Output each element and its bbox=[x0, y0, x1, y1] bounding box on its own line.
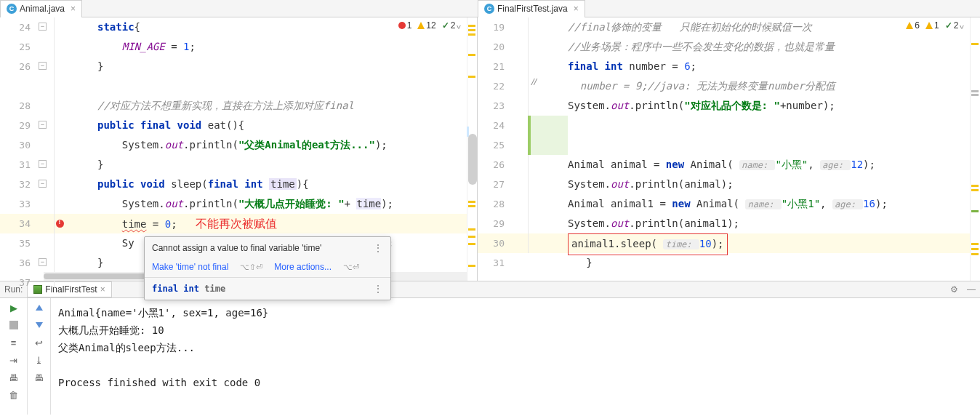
shortcut-hint: ⌥⇧⏎ bbox=[240, 263, 262, 272]
more-icon[interactable]: ⋮ bbox=[373, 283, 383, 295]
fold-icon[interactable]: − bbox=[39, 180, 47, 188]
ok-icon: ✓ bbox=[442, 20, 449, 31]
warning-icon bbox=[925, 22, 933, 29]
line-number: 19 bbox=[478, 17, 510, 37]
error-icon bbox=[398, 22, 406, 29]
fold-icon[interactable]: − bbox=[39, 23, 47, 31]
scroll-down-button[interactable] bbox=[33, 319, 46, 332]
quickfix-make-not-final[interactable]: Make 'time' not final bbox=[152, 262, 228, 272]
tab-label: FinalFirstTest.java bbox=[497, 4, 568, 14]
close-icon[interactable]: × bbox=[574, 4, 579, 14]
line-number: 29 bbox=[478, 214, 510, 233]
exit-button[interactable]: ⇥ bbox=[7, 353, 20, 367]
inspection-counters[interactable]: 6 1 ✓2^ bbox=[906, 20, 964, 31]
line-number: 24 bbox=[478, 116, 510, 135]
line-number: 30 bbox=[0, 135, 36, 155]
layout-button[interactable]: ≡ bbox=[7, 336, 20, 349]
quickfix-more-actions[interactable]: More actions... bbox=[274, 262, 332, 272]
annotation-text: 不能再次被赋值 bbox=[196, 217, 277, 230]
editor-right[interactable]: 6 1 ✓2^ 19//final修饰的变量 只能在初始化的时候赋值一次 20/… bbox=[478, 17, 980, 281]
scroll-up-button[interactable] bbox=[33, 301, 46, 314]
rerun-button[interactable]: ▶ bbox=[7, 301, 20, 314]
line-number: 24 bbox=[0, 17, 36, 37]
gear-icon[interactable]: ⚙ bbox=[946, 284, 963, 295]
line-number: 31 bbox=[0, 155, 36, 175]
line-number: 29 bbox=[0, 116, 36, 135]
error-span[interactable]: time bbox=[122, 218, 147, 230]
line-number: 34 bbox=[0, 214, 36, 233]
line-number: 20 bbox=[478, 37, 510, 57]
line-number: 25 bbox=[0, 37, 36, 57]
hide-icon[interactable]: — bbox=[963, 284, 980, 295]
error-tooltip: Cannot assign a value to final variable … bbox=[144, 236, 391, 300]
console-output[interactable]: Animal{name='小黑1', sex=1, age=16} 大概几点开始… bbox=[51, 298, 980, 415]
error-count: 1 bbox=[407, 20, 412, 31]
trash-button[interactable]: 🗑 bbox=[7, 388, 20, 401]
error-gutter-icon[interactable] bbox=[56, 220, 64, 228]
run-toolbar-secondary: ↩ ⤓ 🖶 bbox=[28, 298, 51, 415]
editor-tab-right[interactable]: C FinalFirstTest.java × bbox=[478, 0, 585, 17]
line-number: 28 bbox=[0, 96, 36, 116]
class-icon: C bbox=[484, 4, 494, 14]
fold-icon[interactable]: − bbox=[39, 121, 47, 129]
line-number: 32 bbox=[0, 175, 36, 194]
line-number: 23 bbox=[478, 96, 510, 116]
line-number: 36 bbox=[0, 253, 36, 273]
inspection-counters[interactable]: 1 12 ✓2^ bbox=[398, 20, 461, 31]
fold-icon[interactable]: − bbox=[39, 258, 47, 266]
editor-tab-left[interactable]: C Animal.java × bbox=[0, 0, 82, 17]
line-number: 26 bbox=[478, 155, 510, 175]
line-number: 28 bbox=[478, 194, 510, 214]
tooltip-message: Cannot assign a value to final variable … bbox=[152, 243, 321, 253]
stop-button[interactable] bbox=[7, 319, 20, 332]
warning-icon bbox=[417, 22, 425, 29]
line-number: 33 bbox=[0, 194, 36, 214]
fold-icon[interactable]: − bbox=[39, 160, 47, 168]
line-number: 26 bbox=[0, 57, 36, 76]
run-toolbar-primary: ▶ ≡ ⇥ 🖶 🗑 bbox=[0, 298, 28, 415]
scroll-end-button[interactable]: ⤓ bbox=[33, 353, 46, 367]
line-number: 37 bbox=[0, 273, 36, 292]
ok-icon: ✓ bbox=[945, 20, 952, 31]
fold-icon[interactable]: − bbox=[39, 62, 47, 70]
line-number: 30 bbox=[478, 233, 510, 253]
shortcut-hint: ⌥⏎ bbox=[343, 263, 359, 272]
warning-icon bbox=[906, 22, 913, 29]
pin-button[interactable]: 🖶 bbox=[7, 371, 20, 384]
error-stripe[interactable] bbox=[970, 17, 980, 281]
class-icon: C bbox=[7, 4, 17, 14]
line-number: 27 bbox=[478, 175, 510, 194]
highlighted-call: animal1.sleep( time: 10); bbox=[568, 233, 728, 255]
close-icon[interactable]: × bbox=[71, 4, 76, 14]
ok-count: 2 bbox=[451, 20, 456, 31]
line-number: 31 bbox=[478, 253, 510, 273]
line-number: 22 bbox=[478, 76, 510, 96]
line-number: 35 bbox=[0, 233, 36, 253]
tab-label: Animal.java bbox=[20, 4, 65, 14]
more-icon[interactable]: ⋮ bbox=[373, 242, 383, 254]
soft-wrap-button[interactable]: ↩ bbox=[33, 336, 46, 349]
warning-count: 12 bbox=[426, 20, 435, 31]
line-number: 25 bbox=[478, 135, 510, 155]
vertical-scrollbar[interactable] bbox=[468, 134, 477, 185]
line-number: 21 bbox=[478, 57, 510, 76]
print-button[interactable]: 🖶 bbox=[33, 371, 46, 384]
